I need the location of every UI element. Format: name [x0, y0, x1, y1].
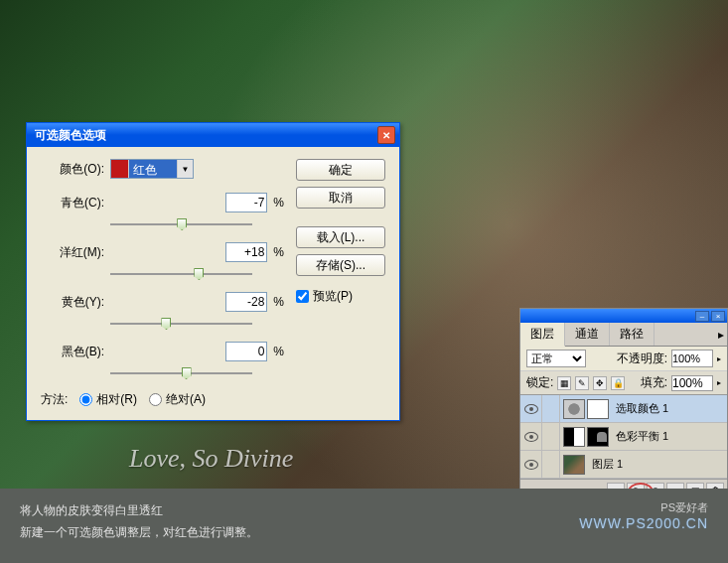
black-label: 黑色(B): [41, 344, 104, 360]
radio-absolute[interactable]: 绝对(A) [149, 391, 206, 408]
layer-item-color-balance[interactable]: 色彩平衡 1 [520, 423, 727, 451]
caption-bar: 将人物的皮肤变得白里透红 新建一个可选颜色调整层，对红色进行调整。 PS爱好者 … [0, 489, 728, 563]
caption-line2: 新建一个可选颜色调整层，对红色进行调整。 [20, 522, 258, 544]
color-name: 红色 [129, 160, 177, 178]
load-button[interactable]: 载入(L)... [296, 226, 385, 248]
adjustment-thumb [563, 427, 585, 447]
lock-all-icon[interactable]: 🔒 [611, 376, 625, 390]
panel-header[interactable]: – × [520, 309, 727, 323]
visibility-toggle[interactable] [520, 423, 542, 450]
percent-sign: % [273, 295, 284, 309]
blend-mode-select[interactable]: 正常 [526, 350, 586, 367]
mask-thumb [587, 399, 609, 419]
link-col[interactable] [542, 423, 560, 450]
radio-absolute-input[interactable] [149, 393, 162, 406]
opacity-input[interactable] [671, 350, 713, 367]
minimize-icon[interactable]: – [695, 311, 709, 322]
percent-sign: % [273, 345, 284, 358]
lock-pixels-icon[interactable]: ✎ [575, 376, 589, 390]
cyan-slider[interactable] [110, 216, 252, 232]
save-button[interactable]: 存储(S)... [296, 254, 385, 276]
magenta-input[interactable] [225, 242, 267, 262]
visibility-toggle[interactable] [520, 451, 542, 478]
layer-name: 色彩平衡 1 [612, 429, 668, 444]
caption-line1: 将人物的皮肤变得白里透红 [20, 500, 258, 522]
eye-icon [524, 432, 538, 442]
fill-input[interactable] [671, 375, 713, 391]
ok-button[interactable]: 确定 [296, 159, 385, 181]
layer-thumb [563, 455, 585, 475]
dialog-titlebar[interactable]: 可选颜色选项 ✕ [27, 123, 399, 147]
black-slider[interactable] [110, 365, 252, 381]
tab-paths[interactable]: 路径 [610, 323, 655, 346]
lock-label: 锁定: [526, 374, 553, 391]
layer-item-selective-color[interactable]: 选取颜色 1 [520, 395, 727, 423]
preview-checkbox[interactable]: 预览(P) [296, 288, 385, 305]
yellow-input[interactable] [225, 292, 267, 312]
cyan-label: 青色(C): [41, 195, 104, 211]
brand-url: WWW.PS2000.CN [579, 515, 708, 531]
link-col[interactable] [542, 395, 560, 422]
panel-menu-icon[interactable]: ▸ [715, 323, 727, 346]
opacity-arrow-icon[interactable]: ▸ [717, 354, 721, 363]
tab-layers[interactable]: 图层 [520, 323, 565, 347]
cancel-button[interactable]: 取消 [296, 187, 385, 209]
fill-arrow-icon[interactable]: ▸ [717, 378, 721, 387]
dialog-title: 可选颜色选项 [35, 127, 377, 144]
color-swatch [111, 160, 129, 178]
eye-icon [524, 404, 538, 414]
radio-relative[interactable]: 相对(R) [79, 391, 137, 408]
magenta-label: 洋红(M): [41, 244, 104, 261]
layer-item-layer1[interactable]: 图层 1 [520, 451, 727, 479]
lock-position-icon[interactable]: ✥ [593, 376, 607, 390]
layer-name: 选取颜色 1 [612, 401, 668, 416]
selective-color-dialog: 可选颜色选项 ✕ 颜色(O): 红色 ▼ 青色(C): % 洋红(M): [26, 122, 400, 421]
layer-name: 图层 1 [588, 457, 623, 472]
method-label: 方法: [41, 391, 68, 408]
mask-thumb [587, 427, 609, 447]
link-col[interactable] [542, 451, 560, 478]
layers-panel: – × 图层 通道 路径 ▸ 正常 不透明度: ▸ 锁定: ▦ ✎ ✥ 🔒 填充… [519, 308, 728, 502]
brand-text: PS爱好者 [579, 500, 708, 515]
color-label: 颜色(O): [41, 161, 104, 178]
close-panel-icon[interactable]: × [711, 311, 725, 322]
percent-sign: % [273, 196, 284, 210]
fill-label: 填充: [641, 374, 667, 391]
lock-transparency-icon[interactable]: ▦ [557, 376, 571, 390]
color-dropdown[interactable]: 红色 ▼ [110, 159, 194, 179]
opacity-label: 不透明度: [617, 351, 667, 367]
cyan-input[interactable] [225, 193, 267, 212]
percent-sign: % [273, 245, 284, 259]
chevron-down-icon: ▼ [177, 160, 193, 178]
image-title-text: Love, So Divine [129, 444, 293, 474]
black-input[interactable] [225, 342, 267, 361]
yellow-label: 黄色(Y): [41, 294, 104, 311]
adjustment-thumb [563, 399, 585, 419]
eye-icon [524, 460, 538, 470]
tab-channels[interactable]: 通道 [565, 323, 610, 346]
preview-checkbox-input[interactable] [296, 290, 309, 303]
close-icon[interactable]: ✕ [377, 126, 395, 144]
magenta-slider[interactable] [110, 266, 252, 282]
yellow-slider[interactable] [110, 316, 252, 332]
radio-relative-input[interactable] [79, 393, 92, 406]
visibility-toggle[interactable] [520, 395, 542, 422]
